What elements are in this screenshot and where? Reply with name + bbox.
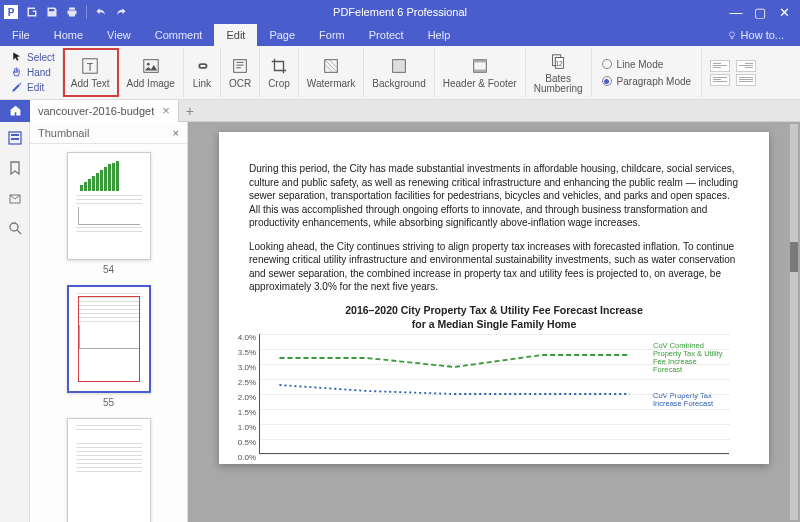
- lightbulb-icon: [727, 30, 737, 40]
- chart-title-line1: 2016–2020 City Property Tax & Utility Fe…: [249, 304, 739, 316]
- bates-button[interactable]: 12 Bates Numbering: [526, 48, 592, 97]
- document-tab-bar: vancouver-2016-budget × +: [0, 100, 800, 122]
- add-image-icon: [141, 56, 161, 76]
- menu-bar: File Home View Comment Edit Page Form Pr…: [0, 24, 800, 46]
- maximize-button[interactable]: ▢: [748, 0, 772, 24]
- add-text-icon: T: [80, 56, 100, 76]
- chart-title-line2: for a Median Single Family Home: [249, 318, 739, 330]
- qat-print-icon[interactable]: [65, 5, 79, 19]
- add-text-button[interactable]: T Add Text: [63, 48, 119, 97]
- scrollbar-track[interactable]: [790, 124, 798, 520]
- thumbnail-panel: Thumbnail × 54 55: [30, 122, 188, 522]
- ribbon-group-cursor: Select Hand Edit: [4, 48, 63, 97]
- scrollbar-thumb[interactable]: [790, 242, 798, 272]
- link-button[interactable]: Link: [184, 48, 221, 97]
- header-footer-button[interactable]: Header & Footer: [435, 48, 526, 97]
- menu-home[interactable]: Home: [42, 24, 95, 46]
- add-image-button[interactable]: Add Image: [119, 48, 184, 97]
- minimize-button[interactable]: —: [724, 0, 748, 24]
- svg-rect-8: [393, 60, 406, 73]
- ocr-button[interactable]: OCR: [221, 48, 260, 97]
- background-icon: [389, 56, 409, 76]
- document-workarea[interactable]: During this period, the City has made su…: [188, 122, 800, 522]
- watermark-button[interactable]: Watermark: [299, 48, 365, 97]
- menu-help[interactable]: Help: [416, 24, 463, 46]
- app-title: PDFelement 6 Professional: [333, 6, 467, 18]
- home-tab-button[interactable]: [0, 100, 30, 122]
- align-option-3[interactable]: [736, 60, 756, 72]
- svg-rect-11: [473, 70, 486, 73]
- thumbnail-54[interactable]: 54: [67, 152, 151, 275]
- edit-tool[interactable]: Edit: [8, 80, 58, 94]
- qat-redo-icon[interactable]: [114, 5, 128, 19]
- align-option-2[interactable]: [710, 74, 730, 86]
- ribbon-toolbar: Select Hand Edit T Add Text Add Image Li…: [0, 46, 800, 100]
- svg-point-4: [147, 63, 150, 66]
- tab-title: vancouver-2016-budget: [38, 105, 154, 117]
- paragraph-1: During this period, the City has made su…: [249, 162, 739, 230]
- svg-rect-17: [11, 138, 19, 140]
- panel-close-icon[interactable]: ×: [173, 127, 179, 139]
- tab-close-icon[interactable]: ×: [162, 103, 170, 118]
- bates-icon: 12: [548, 52, 568, 72]
- chart-plot: CoV Combined Property Tax & Utility Fee …: [259, 334, 729, 454]
- mode-group: Line Mode Paragraph Mode: [592, 48, 703, 97]
- app-logo-icon: P: [4, 5, 18, 19]
- watermark-icon: [321, 56, 341, 76]
- thumbnail-panel-header: Thumbnail ×: [30, 122, 187, 144]
- ocr-icon: [230, 56, 250, 76]
- qat-save-icon[interactable]: [45, 5, 59, 19]
- qat-separator: [86, 5, 87, 19]
- hand-tool[interactable]: Hand: [8, 65, 58, 79]
- add-tab-button[interactable]: +: [179, 103, 201, 119]
- thumbnail-56[interactable]: 56: [67, 418, 151, 522]
- thumbnails-icon[interactable]: [7, 130, 23, 146]
- select-tool[interactable]: Select: [8, 50, 58, 64]
- align-option-1[interactable]: [710, 60, 730, 72]
- document-tab[interactable]: vancouver-2016-budget ×: [30, 100, 179, 122]
- thumbnail-list: 54 55 56: [30, 144, 187, 522]
- menu-comment[interactable]: Comment: [143, 24, 215, 46]
- header-footer-icon: [470, 56, 490, 76]
- link-icon: [192, 56, 212, 76]
- qat-undo-icon[interactable]: [94, 5, 108, 19]
- close-button[interactable]: ✕: [772, 0, 796, 24]
- background-button[interactable]: Background: [364, 48, 434, 97]
- menu-page[interactable]: Page: [257, 24, 307, 46]
- svg-rect-5: [234, 60, 247, 73]
- bookmark-icon[interactable]: [7, 160, 23, 176]
- menu-edit[interactable]: Edit: [214, 24, 257, 46]
- menu-protect[interactable]: Protect: [357, 24, 416, 46]
- main-area: Thumbnail × 54 55: [0, 122, 800, 522]
- svg-rect-16: [11, 134, 19, 136]
- title-bar: P PDFelement 6 Professional — ▢ ✕: [0, 0, 800, 24]
- paragraph-2: Looking ahead, the City continues strivi…: [249, 240, 739, 294]
- page-view: During this period, the City has made su…: [219, 132, 769, 464]
- attachments-icon[interactable]: [7, 190, 23, 206]
- paragraph-mode-radio[interactable]: Paragraph Mode: [602, 76, 692, 87]
- how-to-link[interactable]: How to...: [727, 24, 800, 46]
- left-rail: [0, 122, 30, 522]
- svg-point-19: [10, 223, 18, 231]
- line-mode-radio[interactable]: Line Mode: [602, 59, 692, 70]
- align-group: [702, 48, 764, 97]
- menu-view[interactable]: View: [95, 24, 143, 46]
- thumbnail-55[interactable]: 55: [67, 285, 151, 408]
- chart-legend-green: CoV Combined Property Tax & Utility Fee …: [653, 342, 727, 375]
- svg-text:12: 12: [556, 59, 564, 66]
- svg-point-0: [729, 32, 734, 37]
- qat-open-icon[interactable]: [25, 5, 39, 19]
- crop-icon: [269, 56, 289, 76]
- menu-form[interactable]: Form: [307, 24, 357, 46]
- search-icon[interactable]: [7, 220, 23, 236]
- crop-button[interactable]: Crop: [260, 48, 299, 97]
- menu-file[interactable]: File: [0, 24, 42, 46]
- svg-rect-10: [473, 60, 486, 63]
- align-option-4[interactable]: [736, 74, 756, 86]
- svg-text:T: T: [87, 61, 94, 73]
